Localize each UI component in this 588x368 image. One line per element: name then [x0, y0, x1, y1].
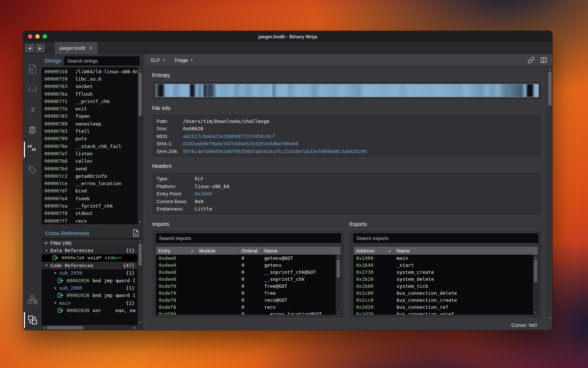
variables-x-icon[interactable]: x	[23, 99, 42, 119]
scroll-up-icon[interactable]: ▲	[533, 255, 538, 259]
scroll-down-icon[interactable]: ▼	[533, 310, 538, 315]
scroll-down-icon[interactable]: ▼	[336, 310, 341, 315]
scrollbar-thumb[interactable]	[47, 326, 83, 329]
split-view-icon[interactable]	[540, 57, 547, 64]
export-row[interactable]: 0x2400 main	[354, 255, 533, 262]
main-vertical-scrollbar[interactable]: ▲ ▼	[547, 66, 552, 320]
xrefs-filter-row[interactable]: ▶ Filter (48)	[42, 239, 137, 247]
imports-scrollbar[interactable]: ▲ ▼	[336, 255, 341, 315]
strings-search-input[interactable]	[64, 56, 140, 66]
column-header-module[interactable]: Module	[197, 247, 239, 255]
column-header-address[interactable]: Address▲	[354, 247, 394, 255]
string-row[interactable]: 00000759 libc.so.6	[42, 75, 137, 82]
nav-forward-button[interactable]: ▶	[36, 44, 45, 52]
string-row[interactable]: 00000789 nanosleep	[42, 120, 137, 127]
strings-quotes-icon[interactable]: “”	[23, 139, 42, 160]
string-row[interactable]: 000007ff recv	[42, 217, 137, 224]
view-mode-dropdown[interactable]: Triage ▼	[174, 57, 193, 63]
xref-code-item[interactable]: 00002026 bnd jmp qword [	[42, 292, 137, 299]
string-row[interactable]: 000007af listen	[42, 150, 137, 157]
xrefs-vscrollbar[interactable]: ▲ ▼	[137, 238, 143, 325]
scroll-down-icon[interactable]: ▼	[138, 320, 143, 325]
scrollbar-thumb[interactable]	[534, 260, 537, 282]
import-row[interactable]: 0xdef0 0 free	[156, 290, 336, 297]
export-row[interactable]: 0x2cc0 bus_connection_create	[354, 297, 533, 304]
string-row[interactable]: 00000783 fopen	[42, 113, 137, 120]
types-braces-icon[interactable]: {…}	[23, 79, 42, 99]
import-row[interactable]: 0xdef8 0 recv@GOT	[156, 297, 336, 304]
string-row[interactable]: 0000076a fflush	[42, 90, 137, 98]
string-row[interactable]: 000007e4 fseek	[42, 195, 137, 202]
stack-layers-icon[interactable]	[23, 119, 42, 139]
string-row[interactable]: 00000763 socket	[42, 83, 137, 90]
export-row[interactable]: 0x2b20 system_delete	[354, 276, 533, 283]
string-row[interactable]: 000007ce __errno_location	[42, 180, 137, 187]
xref-code-item[interactable]: 00002026 bnd jmp qword [	[42, 277, 137, 284]
export-row[interactable]: 0x2c80 bus_connection_delete	[354, 290, 533, 297]
xrefs-hscrollbar[interactable]: ◀ ▶	[42, 325, 137, 330]
column-header-name[interactable]: Name	[394, 247, 538, 255]
exports-search-input[interactable]	[353, 233, 538, 243]
tab-close-icon[interactable]: ✕	[89, 45, 93, 51]
scroll-up-icon[interactable]: ▲	[336, 255, 341, 259]
import-row[interactable]: 0xdee8 0 __snprintf_chk@GOT	[156, 269, 336, 276]
xref-function-row[interactable]: ▼ sub_2080 {1}	[42, 284, 137, 291]
string-row[interactable]: 000007df bind	[42, 187, 137, 195]
scroll-right-icon[interactable]: ▶	[133, 325, 137, 330]
scrollbar-thumb[interactable]	[337, 260, 340, 277]
exports-scrollbar[interactable]: ▲ ▼	[533, 255, 538, 315]
code-references-row[interactable]: ▼ Code References {47}	[42, 262, 137, 269]
nav-back-button[interactable]: ◀	[25, 44, 34, 52]
scroll-up-icon[interactable]: ▲	[138, 238, 143, 243]
tables-splitter-handle[interactable]: ····	[347, 272, 348, 279]
symbols-document-icon[interactable]: #	[23, 59, 42, 79]
string-row[interactable]: 000007c2 getaddrinfo	[42, 172, 137, 180]
xref-code-item[interactable]: 00002628 xor eax, ea	[42, 307, 137, 314]
string-row[interactable]: 000007ea __fprintf_chk	[42, 202, 137, 209]
scroll-up-icon[interactable]: ▲	[138, 67, 143, 72]
xref-function-row[interactable]: ▼ sub_2030 {1}	[42, 269, 137, 277]
column-header-entry[interactable]: Entry▲	[156, 247, 197, 255]
scrollbar-thumb[interactable]	[548, 72, 552, 106]
tab-jaeger-bndb[interactable]: jaeger.bndb ✕	[55, 42, 97, 54]
export-row[interactable]: 0x2d20 bus_connection_ref	[354, 304, 533, 311]
import-row[interactable]: 0xdef8 0 recv	[156, 304, 336, 311]
resize-grip-icon[interactable]: ···	[546, 324, 551, 329]
export-row[interactable]: 0x2d30 bus_connection_unref	[354, 311, 533, 315]
string-row[interactable]: 000007f8 stdout	[42, 210, 137, 217]
scrollbar-thumb[interactable]	[139, 244, 142, 266]
column-header-name[interactable]: Name	[262, 247, 341, 255]
scroll-left-icon[interactable]: ◀	[42, 325, 46, 330]
import-row[interactable]: 0xdee0 0 getenv@GOT	[156, 255, 336, 262]
mini-graph-icon[interactable]	[23, 290, 42, 310]
export-row[interactable]: 0x2640 _start	[354, 262, 533, 269]
xref-function-row[interactable]: ▼ main {1}	[42, 299, 137, 307]
main-splitter[interactable]: ····	[143, 54, 146, 330]
link-icon[interactable]	[528, 57, 535, 64]
format-dropdown[interactable]: ELF ▼	[151, 57, 165, 63]
column-header-ordinal[interactable]: Ordinal	[239, 247, 262, 255]
scrollbar-thumb[interactable]	[139, 72, 142, 116]
export-row[interactable]: 0x2b80 system_tick	[354, 283, 533, 290]
new-pane-icon[interactable]	[133, 229, 139, 237]
import-row[interactable]: 0xdee0 0 getenv	[156, 262, 336, 269]
scroll-down-icon[interactable]: ▼	[547, 315, 552, 320]
strings-scrollbar[interactable]: ▲ ▼	[137, 67, 143, 224]
string-row[interactable]: 00000318 /lib64/ld-linux-x86-64	[42, 68, 137, 75]
scroll-up-icon[interactable]: ▲	[547, 66, 552, 71]
string-row[interactable]: 00000771 __printf_chk	[42, 98, 137, 105]
import-row[interactable]: 0xdee8 0 __snprintf_chk	[156, 276, 336, 283]
export-row[interactable]: 0x2730 system_create	[354, 269, 533, 276]
string-row[interactable]: 00000799 puts	[42, 135, 137, 142]
scroll-down-icon[interactable]: ▼	[138, 219, 143, 224]
string-row[interactable]: 000007b6 calloc	[42, 158, 137, 165]
import-row[interactable]: 0xdf00 0 __errno_location@GOT	[156, 311, 336, 315]
string-row[interactable]: 0000077e exit	[42, 105, 137, 112]
import-row[interactable]: 0xdef0 0 free@GOT	[156, 283, 336, 290]
imports-search-input[interactable]	[156, 233, 341, 243]
string-row[interactable]: 00000793 ftell	[42, 127, 137, 135]
entropy-strip[interactable]	[155, 84, 539, 97]
panel-splitter-handle[interactable]: ·······	[42, 224, 143, 227]
cross-references-icon[interactable]	[23, 310, 42, 330]
tags-tag-icon[interactable]	[23, 160, 42, 180]
